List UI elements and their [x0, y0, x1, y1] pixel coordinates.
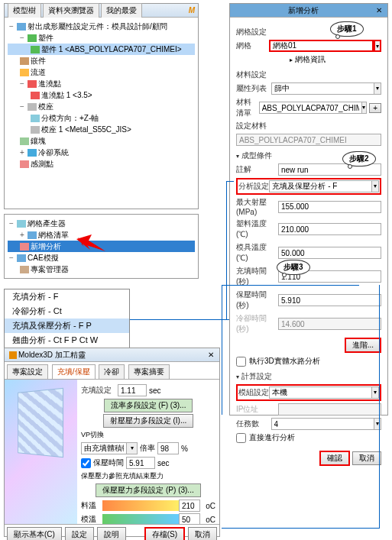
lbl-matlist: 材料清單 [236, 97, 259, 118]
lbl-tasks: 任務數 [236, 419, 271, 429]
m-icon: M [189, 6, 195, 15]
inj-multi-button[interactable]: 射壓壓力多段設定 (I)... [103, 414, 194, 428]
lbl-mtemp: 塑料溫度(℃) [236, 218, 278, 240]
matlist-combo[interactable] [259, 102, 362, 114]
add-mat-button[interactable]: + [369, 103, 381, 113]
maxp-field[interactable] [278, 201, 381, 213]
tree-pm[interactable]: 專案管理器 [31, 265, 69, 273]
ctime-field [278, 318, 381, 330]
proc-title: Moldex3D 加工精靈 [18, 350, 86, 361]
proc-ptime[interactable] [126, 457, 155, 469]
lbl-note: 註解 [236, 164, 278, 175]
tree-insert[interactable]: 嵌件 [31, 57, 46, 65]
vp-mode[interactable] [81, 442, 127, 454]
cancel-button[interactable]: 取消 [352, 451, 381, 465]
proc-tab3[interactable]: 冷卻 [99, 364, 125, 379]
close-icon[interactable]: ✕ [374, 5, 384, 16]
tree-header: 模型樹 資料夾瀏覽器 我的最愛 M [5, 4, 198, 18]
tree-mold[interactable]: 模座 [38, 102, 53, 111]
proc-save-button[interactable]: 存檔(S) [144, 527, 185, 540]
proc-ftime[interactable] [118, 384, 147, 396]
tab-favorites[interactable]: 我的最愛 [101, 3, 142, 18]
modset-combo[interactable] [269, 386, 372, 399]
dtemp-field[interactable] [278, 247, 381, 259]
ctx-warp[interactable]: 翹曲分析 - Ct F P Ct W [5, 333, 129, 348]
lbl-3dcool: 執行3D實體水路分析 [249, 356, 320, 367]
tree-nest[interactable]: 鑲塊 [31, 137, 46, 145]
lbl-setmat: 設定材料 [236, 121, 290, 131]
tree-gate1[interactable]: 進澆點 1 <3.5> [41, 91, 92, 99]
matt-value[interactable] [179, 500, 200, 512]
tab-model-tree[interactable]: 模型樹 [8, 3, 41, 18]
mtemp-field[interactable] [278, 223, 381, 235]
lbl-fset: 充填設定 [81, 385, 118, 396]
show-base-button[interactable]: 顯示基本(C) [7, 527, 62, 540]
lbl-ptime: 保壓時間(秒) [236, 289, 278, 311]
ctx-fill[interactable]: 充填分析 - F [5, 289, 129, 304]
tab-folder-browser[interactable]: 資料夾瀏覽器 [43, 3, 99, 18]
ok-button[interactable]: 確認 [319, 451, 350, 466]
tree-parting[interactable]: 分模方向：+Z-軸 [41, 114, 99, 122]
ctx-fillpack[interactable]: 充填及保壓分析 - F P [5, 319, 129, 333]
lbl-matt: 料溫 [81, 500, 102, 511]
analysis-dd[interactable]: ▾ [372, 180, 379, 192]
mesh-info-toggle[interactable]: 網格資訊 [295, 54, 326, 65]
matt-slider[interactable] [102, 500, 179, 511]
proc-cancel-button[interactable]: 取消 [188, 527, 217, 540]
lbl-vppct: 倍率 [140, 443, 155, 454]
tree-cae[interactable]: CAE模擬 [28, 254, 59, 262]
sect-mat: 材料設定 [236, 70, 381, 80]
lbl-vp: VP切換 [81, 430, 104, 440]
proc-tab1[interactable]: 專案設定 [7, 364, 48, 379]
attr-combo[interactable] [271, 82, 374, 95]
attr-dd[interactable]: ▾ [374, 82, 381, 95]
tree-part[interactable]: 塑件 [38, 34, 53, 42]
tree-runner[interactable]: 流道 [31, 68, 46, 76]
proc-set-button[interactable]: 設定 [65, 527, 94, 540]
tree-meshgen[interactable]: 網格產生器 [28, 219, 66, 228]
pack-multi-button[interactable]: 保壓壓力多段設定 (P) (3)... [96, 483, 200, 497]
proc-close-icon[interactable]: ✕ [206, 350, 216, 361]
lbl-ip: IP位址 [236, 404, 278, 415]
step3-bubble: 步驟3 [277, 260, 310, 275]
moldt-slider[interactable] [102, 514, 179, 524]
chk-ptime[interactable] [81, 458, 91, 468]
moldt-value[interactable] [179, 513, 200, 524]
dialog-titlebar: 新增分析 ✕ [230, 4, 387, 18]
lbl-direct: 直接進行分析 [249, 432, 295, 443]
chk-direct[interactable] [236, 433, 246, 443]
tree-mold1[interactable]: 模座 1 <Metal_S55C_JIS> [41, 125, 131, 134]
ptime-field[interactable] [278, 294, 381, 306]
lbl-sec: sec [149, 386, 161, 395]
tree-sensor[interactable]: 感測點 [31, 160, 53, 168]
flow-multi-button[interactable]: 流率多段設定 (F) (3)... [104, 399, 193, 412]
context-menu[interactable]: 充填分析 - F 冷卻分析 - Ct 充填及保壓分析 - F P 翹曲分析 - … [4, 289, 130, 348]
tree-new-analysis[interactable]: 新增分析 [31, 242, 61, 251]
mesh-dd[interactable]: ▾ [374, 40, 381, 52]
proc-help-button[interactable]: 說明 [97, 527, 126, 540]
tasks-dd[interactable]: ▾ [374, 418, 381, 430]
tree-meshlist[interactable]: 網格清單 [38, 231, 69, 239]
tree-cool[interactable]: 冷卻系統 [38, 148, 69, 157]
analysis-combo[interactable] [269, 180, 372, 192]
tree-part1[interactable]: 塑件 1 <ABS_POLYLACPA707_CHIMEI> [41, 45, 182, 53]
proc-tab4[interactable]: 專案摘要 [128, 364, 170, 379]
chk-3dcool[interactable] [236, 357, 246, 367]
mesh-combo[interactable] [269, 40, 374, 52]
lbl-ftime: 充填時間(秒) [236, 266, 278, 287]
matlist-dd[interactable]: ▾ [362, 102, 368, 114]
proc-tab2[interactable]: 充填/保壓 [52, 364, 96, 379]
vp-value[interactable] [157, 442, 179, 454]
tree-gate[interactable]: 進澆點 [38, 79, 61, 88]
vp-dd[interactable]: ▾ [127, 442, 138, 454]
advanced-button[interactable]: 進階... [345, 338, 381, 353]
lbl-aset: 分析設定 [238, 181, 269, 192]
ctx-cool[interactable]: 冷卻分析 - Ct [5, 304, 129, 319]
lbl-maxp: 最大射壓(MPa) [236, 197, 278, 216]
tree-root[interactable]: 射出成形屬性設定元件：模具設計師/顧問 [28, 22, 167, 31]
model-tree[interactable]: −射出成形屬性設定元件：模具設計師/顧問 −塑件 塑件 1 <ABS_POLYL… [5, 18, 198, 173]
tasks-field[interactable] [271, 418, 374, 430]
lbl-modset: 模組設定 [238, 387, 269, 398]
modset-dd[interactable]: ▾ [372, 386, 379, 399]
ip-field [278, 403, 381, 416]
